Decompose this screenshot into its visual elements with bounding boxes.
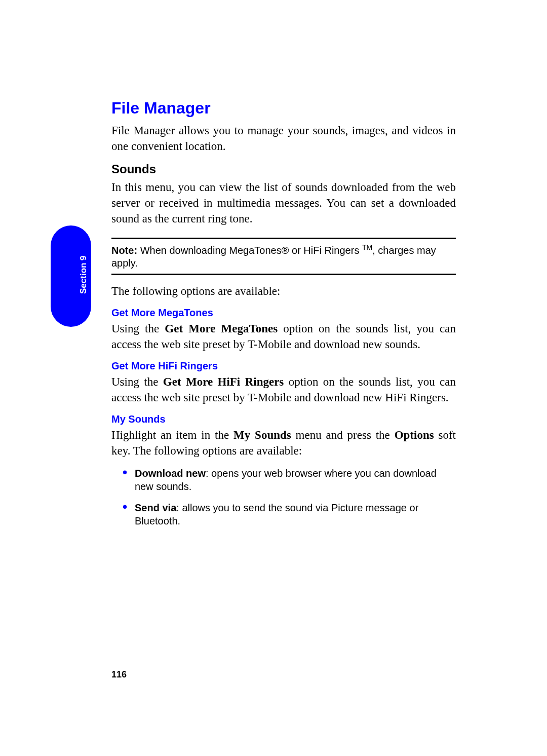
list-item-desc: : allows you to send the sound via Pictu… (135, 502, 418, 526)
list-item: Send via: allows you to send the sound v… (123, 501, 456, 527)
paragraph-hifi: Using the Get More HiFi Ringers option o… (111, 374, 456, 405)
note-label: Note: (111, 245, 137, 256)
text: Using the (111, 375, 163, 388)
paragraph-following-options: The following options are available: (111, 283, 456, 299)
bold-text: Get More HiFi Ringers (163, 375, 284, 388)
heading-sounds: Sounds (111, 162, 456, 176)
text: Highlight an item in the (111, 429, 233, 441)
bold-text: My Sounds (233, 429, 291, 441)
paragraph-megatones: Using the Get More MegaTones option on t… (111, 321, 456, 352)
page-content: File Manager File Manager allows you to … (111, 99, 456, 536)
text: Using the (111, 322, 165, 335)
note-box: Note: When downloading MegaTones® or HiF… (111, 238, 456, 275)
document-page: Section 9 File Manager File Manager allo… (0, 0, 547, 756)
list-item-title: Download new (135, 468, 206, 479)
bold-text: Get More MegaTones (165, 322, 278, 335)
paragraph-sounds: In this menu, you can view the list of s… (111, 179, 456, 226)
page-number: 116 (111, 669, 127, 680)
heading-get-more-hifi-ringers: Get More HiFi Ringers (111, 360, 456, 372)
heading-get-more-megatones: Get More MegaTones (111, 307, 456, 319)
note-text-1: When downloading MegaTones® or HiFi Ring… (137, 245, 362, 256)
heading-my-sounds: My Sounds (111, 413, 456, 425)
note-tm: TM (362, 243, 372, 251)
bullet-list: Download new: opens your web browser whe… (123, 467, 456, 527)
list-item: Download new: opens your web browser whe… (123, 467, 456, 493)
paragraph-my-sounds: Highlight an item in the My Sounds menu … (111, 427, 456, 459)
bold-text: Options (395, 429, 434, 441)
text: menu and press the (291, 429, 395, 441)
heading-file-manager: File Manager (111, 99, 456, 118)
list-item-title: Send via (135, 502, 176, 513)
section-tab-label: Section 9 (79, 255, 89, 294)
paragraph-intro: File Manager allows you to manage your s… (111, 123, 456, 154)
